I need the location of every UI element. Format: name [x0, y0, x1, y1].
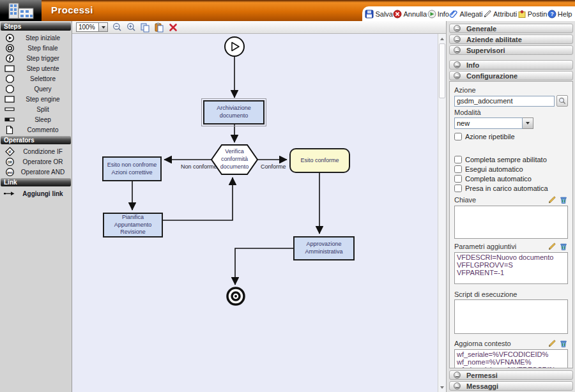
building-icon	[7, 2, 35, 19]
parametri-header-row: Parametri aggiuntivi	[454, 242, 568, 251]
zoom-select[interactable]: 100%	[76, 22, 108, 32]
search-icon	[558, 97, 566, 105]
app-logo	[0, 0, 42, 21]
arrow-up-icon	[440, 38, 444, 40]
sidebar-item-label: Step trigger	[19, 55, 72, 62]
sidebar-item-label: Split	[19, 106, 72, 113]
clear-trash-icon[interactable]	[559, 195, 568, 204]
aggiorna-contesto-textarea[interactable]: wf_seriale=%VFCODICEID% wf_nome=%VFNAME%…	[454, 349, 568, 368]
circle-play-icon	[0, 33, 19, 43]
postin-button[interactable]: Postin	[518, 10, 548, 19]
sidebar-item-query[interactable]: Query	[0, 84, 72, 94]
accordion-generale[interactable]: Generale	[449, 24, 573, 33]
scroll-down-button[interactable]	[438, 383, 446, 391]
node-verifica-conformita[interactable]: Verifica conformità documento	[211, 145, 257, 174]
svg-text:AND: AND	[7, 170, 13, 174]
presa-in-carico-checkbox[interactable]	[454, 185, 462, 192]
completa-automatico-checkbox[interactable]	[454, 175, 462, 183]
accordion-info[interactable]: Info	[449, 60, 573, 70]
attributes-label: Attributi	[493, 10, 517, 18]
sidebar-item-step-finale[interactable]: Step finale	[0, 43, 72, 53]
accordion-messaggi[interactable]: Messaggi	[449, 381, 573, 391]
node-pianifica-revisione[interactable]: Pianifica Appuntamento Revisione	[103, 213, 163, 237]
sidebar-item-label: Step engine	[19, 96, 72, 103]
help-button[interactable]: ? Help	[548, 10, 572, 19]
scroll-up-button[interactable]	[438, 34, 446, 43]
sidebar-item-label: Operatore AND	[19, 169, 72, 176]
attachments-button[interactable]: Allegati	[449, 10, 482, 19]
delete-button[interactable]	[168, 22, 178, 33]
azione-search-button[interactable]	[556, 95, 568, 107]
sidebar-item-split[interactable]: Split	[0, 104, 72, 114]
node-esito-conforme[interactable]: Esito conforme	[289, 148, 350, 173]
accordion-aziende-abilitate[interactable]: Aziende abilitate	[449, 34, 573, 44]
cancel-button[interactable]: Annulla	[393, 10, 427, 19]
save-label: Salva	[375, 10, 393, 18]
sidebar-item-step-iniziale[interactable]: Step iniziale	[0, 33, 72, 43]
edge-label-non-conforme: Non conforme	[181, 163, 217, 170]
sidebar-item-condizione-if[interactable]: IF Condizione IF	[0, 146, 72, 156]
node-archiviazione-documento[interactable]: Archiviazione documento	[203, 100, 264, 124]
sidebar-item-commento[interactable]: Commento	[0, 124, 72, 135]
cancel-label: Annulla	[403, 10, 427, 18]
zoom-in-button[interactable]	[126, 22, 136, 33]
scrollbar-thumb[interactable]	[439, 43, 445, 98]
modalita-dropdown-button[interactable]	[523, 117, 533, 129]
azione-input[interactable]	[454, 96, 555, 107]
app-window: Processi Salva Annulla Info	[0, 0, 575, 392]
chiave-textarea[interactable]	[454, 206, 568, 239]
diamond-if-icon: IF	[0, 147, 19, 156]
sidebar-item-sleep[interactable]: Sleep	[0, 114, 72, 124]
canvas-vertical-scrollbar[interactable]	[438, 34, 446, 392]
sidebar-item-operatore-and[interactable]: AND Operatore AND	[0, 167, 72, 177]
completa-sempre-checkbox[interactable]	[454, 156, 462, 163]
sidebar-section-steps: Steps	[1, 22, 71, 31]
edit-pencil-icon[interactable]	[548, 195, 556, 204]
clear-trash-icon[interactable]	[559, 242, 568, 251]
checkbox-label: Presa in carico automatica	[465, 185, 548, 192]
edge-label-conforme: Conforme	[261, 163, 286, 170]
info-button[interactable]: Info	[427, 10, 449, 19]
header-toolbar: Salva Annulla Info Allegati	[362, 6, 575, 21]
accordion-configurazione[interactable]: Configurazione	[449, 71, 573, 80]
accordion-permessi[interactable]: Permessi	[449, 370, 573, 380]
script-esecuzione-textarea[interactable]	[454, 299, 568, 334]
sidebar-item-operatore-or[interactable]: OR Operatore OR	[0, 156, 72, 167]
sidebar-item-selettore[interactable]: Selettore	[0, 73, 72, 84]
attributes-button[interactable]: Attributi	[483, 10, 517, 19]
modalita-label: Modalità	[454, 109, 568, 116]
modalita-select[interactable]: new	[454, 117, 533, 129]
node-approvazione-amministrativa[interactable]: Approvazione Amministrativa	[293, 236, 355, 260]
sidebar-item-label: Operatore OR	[19, 158, 72, 165]
edit-pencil-icon[interactable]	[548, 242, 556, 251]
zoom-out-button[interactable]	[112, 22, 122, 33]
accordion-supervisori[interactable]: Supervisori	[449, 45, 573, 55]
delete-x-icon	[169, 23, 178, 32]
zoom-dropdown-button[interactable]	[99, 22, 108, 32]
circle-lightning-icon	[0, 54, 19, 63]
edit-pencil-icon[interactable]	[548, 339, 556, 348]
azione-label: Azione	[454, 86, 568, 94]
copy-button[interactable]	[140, 22, 150, 33]
note-icon	[0, 125, 19, 135]
azione-ripetibile-checkbox[interactable]	[454, 133, 462, 140]
sidebar-item-step-trigger[interactable]: Step trigger	[0, 53, 72, 63]
sidebar-item-step-engine[interactable]: Step engine	[0, 94, 72, 104]
flowchart-canvas[interactable]: Archiviazione documento Verifica conform…	[72, 34, 438, 392]
clear-trash-icon[interactable]	[559, 339, 568, 348]
checkbox-label: Esegui automatico	[465, 165, 523, 173]
diagram-area: 100%	[72, 21, 446, 392]
parametri-aggiuntivi-textarea[interactable]: VFDESCRI=Nuovo documento VFFLGPROVV=S VF…	[454, 252, 568, 284]
save-button[interactable]: Salva	[365, 10, 393, 19]
chiave-header-row: Chiave	[454, 195, 568, 204]
info-icon	[427, 10, 436, 19]
svg-text:?: ?	[550, 11, 553, 17]
checkbox-row-azione-ripetibile: Azione ripetibile	[454, 133, 568, 140]
parametri-label: Parametri aggiuntivi	[454, 243, 545, 250]
paste-button[interactable]	[154, 22, 164, 33]
esegui-automatico-checkbox[interactable]	[454, 165, 462, 173]
zoom-value: 100%	[76, 22, 99, 32]
sidebar-item-aggiungi-link[interactable]: Aggiungi link	[0, 188, 72, 199]
node-esito-non-conforme[interactable]: Esito non confrome Azioni correttive	[102, 156, 162, 181]
sidebar-item-step-utente[interactable]: Step utente	[0, 63, 72, 73]
